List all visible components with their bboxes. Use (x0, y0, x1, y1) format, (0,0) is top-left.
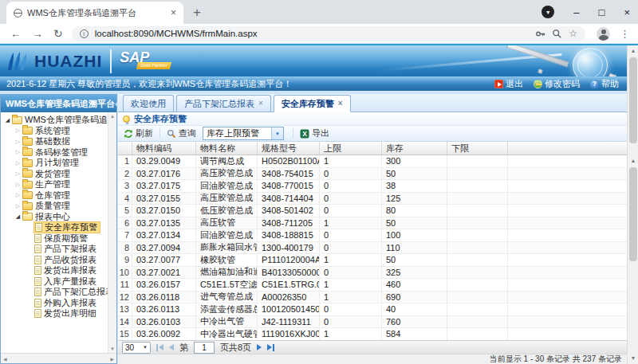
warning-type-select[interactable]: 库存上限预警 ▼ (203, 127, 284, 140)
tree-item[interactable]: ▷系统管理 (1, 126, 116, 137)
table-row[interactable]: 103.29.0049调节阀总成H0502B01100A01300 (118, 155, 627, 168)
query-button[interactable]: 查询 (167, 127, 196, 139)
table-row[interactable]: 1003.27.0021燃油箱加油和通风软管B40133050000AA0325 (118, 267, 627, 280)
browser-tab[interactable]: WMS仓库管理条码追溯平台 × (6, 2, 183, 24)
table-row[interactable]: 703.27.0134回油胶管总成3408-1888150100 (118, 229, 627, 242)
page-number-input[interactable]: 1 (194, 342, 215, 354)
tree-item[interactable]: ◢WMS仓库管理条码追溯系统 (1, 115, 116, 126)
table-row[interactable]: 803.27.0094膨胀水箱回水管总成1300-4001790110 (118, 242, 627, 255)
collapsed-arrow-icon[interactable]: ▷ (14, 182, 22, 188)
tree-horizontal-scrollbar[interactable]: ◀ ▶ (1, 353, 116, 363)
page-size-select[interactable]: 30 ▼ (122, 342, 151, 354)
first-page-button[interactable] (156, 344, 163, 351)
collapsed-arrow-icon[interactable]: ▷ (14, 149, 22, 155)
tree-item[interactable]: ▷月计划管理 (1, 158, 116, 169)
avatar[interactable] (597, 27, 610, 41)
tab-close-icon[interactable]: × (338, 100, 343, 108)
column-header[interactable]: 物料名称 (196, 142, 258, 155)
tree-item[interactable]: 产品收货报表 (1, 255, 116, 266)
expanded-arrow-icon[interactable]: ◢ (3, 117, 12, 123)
minimize-button[interactable]: – (573, 7, 579, 18)
table-row[interactable]: 903.27.0077橡胶软管P1110120004A0150 (118, 254, 627, 267)
back-icon[interactable]: ← (10, 28, 22, 39)
grid-scrollbar-thumb[interactable] (629, 167, 637, 261)
tab-0[interactable]: 欢迎使用 (123, 95, 174, 112)
export-button[interactable]: X 导出 (300, 127, 329, 139)
tree-item[interactable]: 外购入库报表 (1, 298, 116, 309)
tab-close-icon[interactable]: × (258, 100, 263, 108)
table-row[interactable]: 303.27.0175回油胶管总成3408-770015038 (118, 180, 627, 193)
tree-vertical-scrollbar[interactable]: ▲ ▼ (108, 112, 116, 353)
tab-1[interactable]: 产品下架汇总报表× (176, 95, 271, 112)
table-row[interactable]: 503.27.0150低压胶管总成3408-501402080 (118, 205, 627, 217)
help-button[interactable]: ? 帮助 (590, 78, 619, 90)
tree-item[interactable]: ▷质量管理 (1, 201, 116, 212)
table-row[interactable]: 1403.26.0103中冷出气管J42-11193110760 (118, 316, 627, 329)
table-row[interactable]: 403.27.0155高压胶管总成3408-7144040125 (118, 193, 627, 205)
browser-menu-icon[interactable]: ⋮ (620, 28, 630, 40)
collapsed-arrow-icon[interactable]: ▷ (14, 127, 22, 134)
bookmark-star-icon[interactable]: ☆ (569, 29, 577, 38)
tree-item[interactable]: ▷发货管理 (1, 169, 116, 180)
tree-item[interactable]: ▷生产管理 (1, 179, 116, 190)
table-row[interactable]: 1503.26.0092中冷器出气硬管总成1119016XKJ00A1584 (118, 328, 627, 340)
url-text[interactable]: localhost:8090/MCHWMS/frmMain.aspx (95, 29, 530, 38)
table-row[interactable]: 203.27.0176高压胶管总成3408-754015050 (118, 168, 627, 181)
column-header[interactable]: 物料编码 (132, 142, 196, 155)
zoom-icon[interactable] (552, 29, 562, 39)
scroll-left-icon[interactable]: ◀ (3, 356, 7, 362)
tree-item[interactable]: 入库产量报表 (1, 276, 116, 288)
scrollbar-thumb[interactable] (629, 57, 637, 143)
last-page-button[interactable] (267, 344, 274, 351)
column-header[interactable]: 上限 (320, 142, 382, 155)
scroll-up-icon[interactable]: ▲ (110, 114, 115, 119)
collapsed-arrow-icon[interactable]: ▷ (14, 160, 22, 166)
profile-chevron-icon[interactable]: ▼ (542, 6, 554, 18)
tree-item[interactable]: 产品下架报表 (1, 244, 116, 255)
collapsed-arrow-icon[interactable]: ▷ (14, 170, 22, 177)
column-header[interactable]: 规格型号 (258, 142, 320, 155)
tree-item[interactable]: ◢报表中心 (1, 212, 116, 223)
cell: 3408-754015 (258, 168, 320, 180)
collapsed-arrow-icon[interactable]: ▷ (14, 192, 22, 198)
change-password-button[interactable]: 修改密码 (534, 78, 580, 90)
table-row[interactable]: 1303.26.0113添蓝壶传感器总成100120501450AB0A040 (118, 303, 627, 316)
prev-page-button[interactable] (169, 344, 174, 350)
expanded-arrow-icon[interactable]: ◢ (14, 213, 22, 220)
refresh-button[interactable]: 刷新 (124, 127, 153, 139)
tab-2[interactable]: 安全库存预警× (274, 95, 351, 112)
address-bar[interactable]: i localhost:8090/MCHWMS/frmMain.aspx ☆ (72, 26, 585, 41)
tree-item[interactable]: 安全库存预警 (1, 222, 116, 233)
scroll-up-icon[interactable]: ▲ (628, 46, 638, 56)
reload-icon[interactable]: ↻ (53, 28, 63, 39)
scroll-down-icon[interactable]: ▼ (110, 346, 115, 351)
tree-item[interactable]: ▷基础数据 (1, 136, 116, 147)
tree-item[interactable]: ▷仓库管理 (1, 190, 116, 202)
tree-item[interactable]: 产品下架汇总报表 (1, 287, 116, 298)
column-header[interactable]: 库存 (382, 142, 447, 155)
column-header[interactable]: 下限 (447, 142, 508, 155)
table-row[interactable]: 603.27.0135高压软管3408-711205150 (118, 217, 627, 230)
maximize-button[interactable]: □ (599, 7, 605, 18)
grid-scroll-up-icon[interactable]: ▲ (628, 156, 638, 166)
forward-icon[interactable]: → (32, 28, 43, 39)
logout-button[interactable]: 退出 (494, 78, 523, 90)
collapsed-arrow-icon[interactable]: ▷ (14, 139, 22, 145)
collapsed-arrow-icon[interactable]: ▷ (14, 203, 22, 209)
scroll-down-icon[interactable]: ▼ (628, 354, 638, 363)
tree-item[interactable]: 保质期预警 (1, 233, 116, 245)
password-key-icon[interactable] (535, 29, 545, 39)
scroll-right-icon[interactable]: ▶ (110, 356, 114, 362)
close-window-button[interactable]: × (624, 7, 630, 18)
tree-item[interactable]: 发货出库报表 (1, 265, 116, 276)
chevron-down-icon[interactable]: ▼ (271, 127, 283, 139)
tab-close-icon[interactable]: × (171, 8, 176, 18)
table-row[interactable]: 1203.26.0118进气弯管总成A000263501690 (118, 292, 627, 304)
next-page-button[interactable] (257, 344, 262, 350)
table-row[interactable]: 1103.26.0157C51E1.5T空滤器出气管C51E1.5TRG.0(A… (118, 279, 627, 292)
site-info-icon[interactable]: i (80, 29, 89, 38)
tree-item[interactable]: 发货出库明细 (1, 308, 116, 319)
page-scrollbar[interactable]: ▲ ▲ ▼ (627, 45, 638, 364)
tree-item[interactable]: ▷条码标签管理 (1, 147, 116, 159)
new-tab-button[interactable]: + (187, 2, 207, 23)
